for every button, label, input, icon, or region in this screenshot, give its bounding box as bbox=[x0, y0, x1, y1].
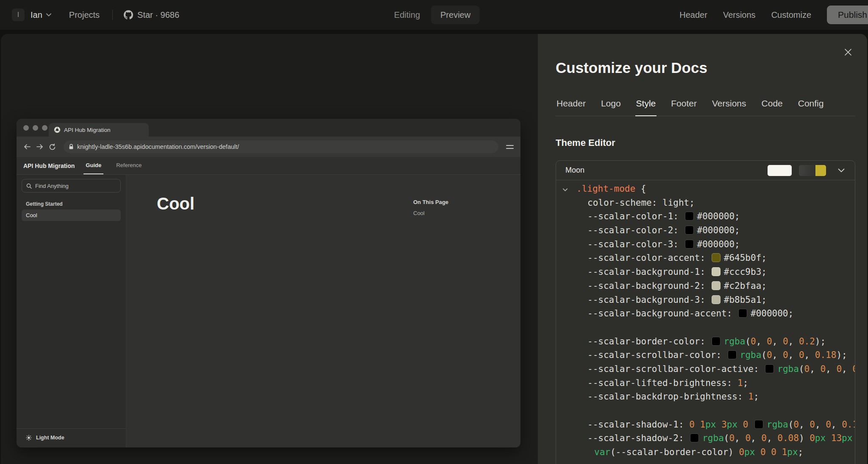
code-token: 0 bbox=[751, 336, 756, 347]
docs-brand[interactable]: API Hub Migration bbox=[23, 162, 75, 169]
code-token: 0.2 bbox=[799, 336, 815, 347]
customize-link[interactable]: Customize bbox=[771, 10, 811, 20]
code-line: --scalar-background-3: #b8b5a1; bbox=[562, 293, 855, 307]
code-token: 0.11 bbox=[842, 419, 855, 430]
color-swatch[interactable] bbox=[712, 281, 721, 290]
code-line: --scalar-scrollbar-color-active: rgba(0,… bbox=[562, 362, 855, 376]
header-link[interactable]: Header bbox=[679, 10, 707, 20]
reload-icon[interactable] bbox=[49, 143, 56, 151]
color-swatch[interactable] bbox=[685, 226, 694, 235]
panel-tab-code[interactable]: Code bbox=[761, 98, 784, 116]
color-swatch[interactable] bbox=[690, 433, 699, 442]
color-swatch[interactable] bbox=[754, 420, 763, 429]
code-token: 1 bbox=[737, 378, 743, 388]
code-token: --scalar-lifted-brightness: bbox=[587, 378, 737, 388]
code-token: 0.18 bbox=[815, 350, 837, 360]
workspace-menu[interactable]: Ian bbox=[31, 10, 51, 20]
theme-swatches bbox=[768, 165, 826, 176]
browser-tab[interactable]: API Hub Migration bbox=[49, 123, 149, 137]
code-token: --scalar-color-accent: bbox=[587, 253, 711, 263]
code-token: color-scheme: light; bbox=[587, 198, 695, 208]
color-swatch[interactable] bbox=[685, 212, 694, 221]
code-token bbox=[852, 433, 855, 443]
color-swatch[interactable] bbox=[765, 364, 774, 373]
theme-dark-swatch bbox=[799, 165, 826, 176]
code-token: 0 bbox=[760, 447, 766, 457]
theme-select[interactable]: Moon bbox=[556, 161, 855, 180]
back-icon[interactable] bbox=[23, 143, 31, 150]
code-token: 0 bbox=[729, 433, 734, 443]
panel-tab-footer[interactable]: Footer bbox=[670, 98, 698, 116]
docs-nav-reference[interactable]: Reference bbox=[114, 157, 144, 174]
panel-tab-config[interactable]: Config bbox=[797, 98, 825, 116]
panel-tab-versions[interactable]: Versions bbox=[711, 98, 747, 116]
code-token: px bbox=[744, 447, 755, 457]
code-token: ; bbox=[743, 378, 748, 388]
code-token: #000000; bbox=[697, 225, 740, 235]
close-button[interactable] bbox=[843, 47, 854, 58]
code-token: --scalar-background-2: bbox=[587, 281, 711, 291]
color-swatch[interactable] bbox=[712, 337, 721, 346]
panel-tab-logo[interactable]: Logo bbox=[600, 98, 622, 116]
sun-icon bbox=[26, 435, 32, 441]
color-swatch[interactable] bbox=[712, 253, 721, 262]
browser-menu-icon[interactable] bbox=[506, 145, 514, 149]
mode-preview-button[interactable]: Preview bbox=[431, 6, 480, 24]
panel-tabs: HeaderLogoStyleFooterVersionsCodeConfig bbox=[556, 98, 855, 116]
docs-search-input[interactable]: Find Anything bbox=[22, 179, 121, 193]
lock-icon bbox=[69, 144, 74, 150]
color-swatch[interactable] bbox=[728, 350, 737, 359]
code-token bbox=[755, 447, 760, 457]
code-token: --scalar-color-3: bbox=[587, 239, 684, 249]
code-token: 1 bbox=[700, 419, 706, 430]
code-token: --scalar-shadow-2: bbox=[587, 433, 689, 443]
code-token: 0 bbox=[810, 419, 815, 430]
code-token: , bbox=[810, 364, 820, 374]
code-token: 0.08 bbox=[777, 433, 799, 443]
code-token: 0 bbox=[793, 419, 799, 430]
workspace-logo[interactable]: I bbox=[12, 8, 25, 21]
publish-button[interactable]: Publish bbox=[827, 6, 868, 24]
theme-css-editor[interactable]: .light-mode {color-scheme: light;--scala… bbox=[556, 180, 855, 459]
url-bar[interactable]: knightly-ladle-35s6b.apidocumentation.co… bbox=[64, 140, 498, 153]
github-icon bbox=[124, 10, 133, 20]
code-token: 0 bbox=[799, 350, 804, 360]
versions-link[interactable]: Versions bbox=[723, 10, 756, 20]
code-token bbox=[766, 447, 771, 457]
code-line bbox=[562, 404, 855, 418]
github-star-link[interactable]: Star · 9686 bbox=[124, 10, 179, 20]
color-swatch[interactable] bbox=[685, 240, 694, 249]
customize-panel: Customize your Docs HeaderLogoStyleFoote… bbox=[537, 34, 867, 464]
code-line bbox=[562, 321, 855, 335]
sidebar-spacer bbox=[22, 221, 121, 428]
code-token: , bbox=[756, 336, 767, 347]
sidebar-item-cool[interactable]: Cool bbox=[22, 210, 121, 221]
mode-toggle: Editing Preview bbox=[388, 6, 480, 24]
code-token bbox=[695, 419, 700, 430]
mode-editing-button[interactable]: Editing bbox=[388, 10, 426, 20]
color-swatch[interactable] bbox=[712, 295, 721, 304]
topbar: I Ian Projects Star · 9686 Editing Previ… bbox=[0, 0, 868, 30]
code-token: --scalar-color-1: bbox=[587, 211, 684, 221]
forward-icon[interactable] bbox=[36, 143, 44, 150]
code-line: --scalar-color-3: #000000; bbox=[562, 238, 855, 252]
toc-item[interactable]: Cool bbox=[413, 210, 448, 216]
code-line: --scalar-lifted-brightness: 1; bbox=[562, 376, 855, 390]
code-token: ( bbox=[788, 419, 794, 430]
code-token: , bbox=[826, 364, 836, 374]
code-line: --scalar-color-1: #000000; bbox=[562, 210, 855, 224]
code-token: , bbox=[788, 350, 799, 360]
browser-tab-title: API Hub Migration bbox=[64, 127, 111, 133]
color-swatch[interactable] bbox=[738, 309, 747, 318]
code-token bbox=[716, 419, 721, 430]
panel-tab-style[interactable]: Style bbox=[635, 98, 657, 116]
projects-link[interactable]: Projects bbox=[69, 10, 100, 20]
light-mode-toggle[interactable]: Light Mode bbox=[17, 428, 126, 447]
docs-nav-guide[interactable]: Guide bbox=[83, 157, 103, 174]
fold-chevron-icon[interactable] bbox=[562, 182, 576, 196]
workspace-name: Ian bbox=[31, 10, 42, 20]
code-token: px bbox=[787, 447, 798, 457]
browser-tab-strip: API Hub Migration bbox=[17, 119, 520, 137]
panel-tab-header[interactable]: Header bbox=[556, 98, 587, 116]
color-swatch[interactable] bbox=[712, 267, 721, 276]
